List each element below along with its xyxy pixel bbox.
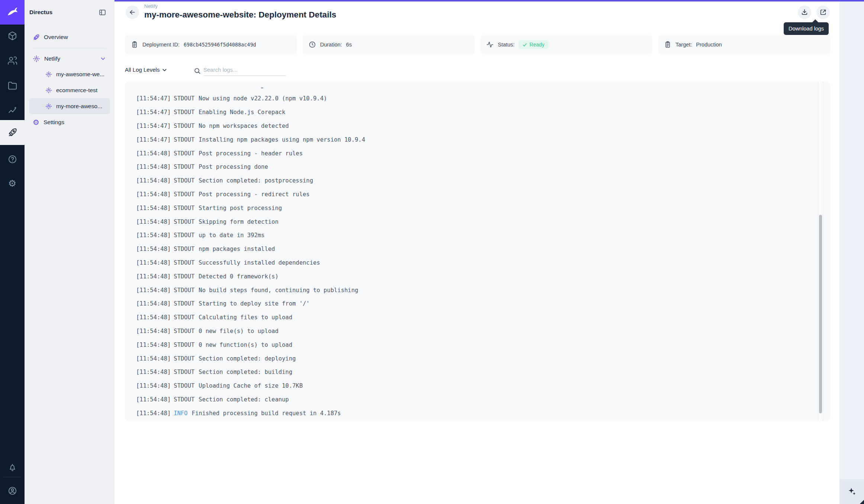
log-message: Starting post processing [199, 205, 282, 211]
log-time: [11:54:48] [136, 246, 171, 252]
module-netlify-active[interactable] [0, 120, 25, 145]
log-message: No build steps found, continuing to publ… [199, 287, 358, 294]
log-time: [11:54:48] [136, 232, 171, 239]
log-level: STDOUT [174, 382, 194, 389]
clipboard-icon [664, 41, 671, 48]
module-help[interactable] [0, 149, 25, 169]
log-time: [11:54:48] [136, 410, 171, 417]
sidebar-header: Directus [25, 0, 115, 25]
log-level: STDOUT [174, 328, 194, 335]
app-title: Directus [29, 9, 52, 16]
clipped-line-fragment [261, 87, 263, 88]
back-button[interactable] [126, 6, 139, 19]
sidebar-item-label: my-awesome-we... [56, 71, 104, 78]
log-message: Installing npm packages using npm versio… [199, 136, 365, 143]
ai-assistant-button[interactable] [839, 479, 864, 504]
deployment-info-cards: Deployment ID: 698cb4525946f5d4088ac49d … [125, 35, 830, 54]
log-message: 0 new file(s) to upload [199, 328, 278, 335]
log-level: STDOUT [174, 273, 194, 280]
log-level: STDOUT [174, 369, 194, 375]
log-time: [11:54:47] [136, 136, 171, 143]
log-level-select[interactable]: All Log Levels [125, 66, 168, 73]
download-logs-button[interactable] [798, 6, 811, 19]
clipboard-icon [131, 41, 138, 48]
sidebar-item-label: Netlify [44, 55, 60, 62]
log-scrollbar-thumb[interactable] [819, 215, 822, 413]
log-time: [11:54:48] [136, 177, 171, 184]
log-message: Section completed: deploying [199, 355, 296, 362]
log-row: [11:54:48]STDOUTSection completed: deplo… [136, 352, 815, 365]
log-row: [11:54:48]STDOUTCalculating files to upl… [136, 311, 815, 324]
directus-logo[interactable] [0, 0, 25, 25]
log-row: [11:54:48]STDOUTSection completed: build… [136, 365, 815, 379]
log-level: STDOUT [174, 150, 194, 157]
status-badge: Ready [519, 40, 548, 49]
status-card: Status: Ready [480, 35, 652, 54]
log-row: [11:54:48]STDOUTUploading Cache of size … [136, 379, 815, 393]
log-row: [11:54:48]INFOFinished processing build … [136, 406, 815, 420]
netlify-icon [45, 71, 52, 78]
module-settings[interactable]: ⚙ [0, 174, 25, 193]
log-time: [11:54:48] [136, 273, 171, 280]
log-time: [11:54:48] [136, 342, 171, 348]
sidebar-item-netlify[interactable]: Netlify [29, 51, 110, 66]
activity-icon [486, 41, 494, 48]
chevron-down-icon[interactable] [100, 55, 106, 62]
users-icon [8, 56, 17, 65]
sparkles-icon [847, 487, 857, 497]
folder-icon [8, 81, 17, 90]
log-row: [11:54:48]STDOUTPost processing - redire… [136, 188, 815, 201]
search-logs-input[interactable] [203, 67, 286, 76]
card-label: Status: [498, 42, 515, 48]
sidebar-nav: Overview Netlify my-awesome-we... ecomme… [25, 25, 115, 130]
log-time: [11:54:48] [136, 287, 171, 294]
log-message: Section completed: building [199, 369, 292, 375]
log-level: STDOUT [174, 355, 194, 362]
log-row: [11:54:48]STDOUT0 new function(s) to upl… [136, 338, 815, 352]
log-row: [11:54:48]STDOUTup to date in 392ms [136, 229, 815, 242]
right-sidebar-rail [839, 0, 864, 504]
log-row: [11:54:48]STDOUTSkipping form detection [136, 215, 815, 229]
netlify-icon [45, 103, 52, 110]
rail-divider [3, 477, 21, 477]
log-level: STDOUT [174, 287, 194, 294]
open-site-button[interactable] [816, 6, 830, 19]
collapse-sidebar-icon[interactable] [99, 9, 106, 16]
log-level: STDOUT [174, 314, 194, 321]
module-content[interactable] [0, 26, 25, 45]
log-message: Starting to deploy site from '/' [199, 300, 310, 307]
module-users[interactable] [0, 51, 25, 70]
log-time: [11:54:48] [136, 328, 171, 335]
sidebar-item-settings[interactable]: ⚙ Settings [29, 114, 110, 130]
sidebar-item-my-more-awesome-website[interactable]: my-more-aweso... [29, 98, 110, 114]
sidebar-item-overview[interactable]: Overview [29, 30, 110, 45]
card-label: Deployment ID: [142, 42, 180, 48]
log-row: [11:54:47]STDOUTEnabling Node.js Corepac… [136, 106, 815, 119]
log-time: [11:54:48] [136, 164, 171, 170]
log-row: [11:54:48]STDOUTPost processing done [136, 160, 815, 174]
log-row: [11:54:48]STDOUTSuccessfully installed d… [136, 256, 815, 270]
target-value: Production [696, 42, 722, 48]
sidebar-item-my-awesome-website[interactable]: my-awesome-we... [29, 66, 110, 82]
log-level: STDOUT [174, 300, 194, 307]
log-scrollbar-track[interactable] [818, 81, 823, 421]
log-time: [11:54:48] [136, 205, 171, 211]
module-insights[interactable] [0, 101, 25, 120]
module-files[interactable] [0, 76, 25, 95]
log-level: STDOUT [174, 396, 194, 403]
arrow-left-icon [129, 9, 136, 16]
trending-sparkle-icon [8, 106, 17, 115]
log-search [194, 63, 286, 76]
card-label: Target: [676, 42, 692, 48]
log-level: STDOUT [174, 259, 194, 266]
log-level: STDOUT [174, 164, 194, 170]
clock-icon [309, 41, 316, 48]
log-time: [11:54:48] [136, 259, 171, 266]
log-row: [11:54:48]STDOUTSection completed: clean… [136, 393, 815, 407]
download-icon [801, 9, 808, 16]
duration-value: 6s [346, 42, 352, 48]
user-menu-button[interactable] [0, 481, 25, 500]
notifications-button[interactable] [0, 458, 25, 477]
log-time: [11:54:48] [136, 300, 171, 307]
sidebar-item-ecommerce-test[interactable]: ecommerce-test [29, 82, 110, 98]
